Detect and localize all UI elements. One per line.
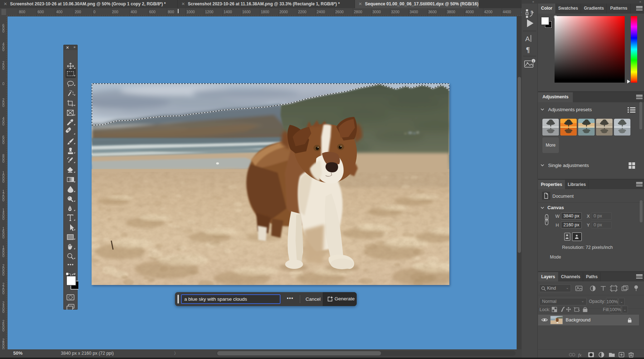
svg-text:fx: fx — [578, 352, 582, 358]
svg-text:5: 5 — [531, 10, 533, 15]
svg-text:A: A — [525, 35, 530, 43]
svg-text:¶: ¶ — [526, 46, 530, 54]
